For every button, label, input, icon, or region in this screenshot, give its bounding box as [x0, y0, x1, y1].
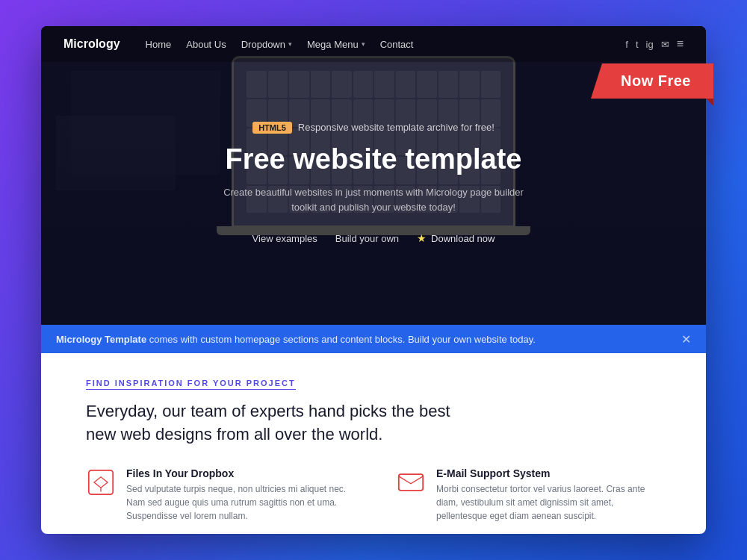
chevron-down-icon: ▾ [362, 40, 365, 48]
instagram-icon[interactable]: ig [646, 39, 654, 50]
notification-body: comes with custom homepage sections and … [149, 334, 536, 345]
hero-buttons: View examples Build your own ★ Download … [252, 232, 495, 244]
ribbon: Now Free [591, 63, 713, 106]
outer-container: Now Free Micrology [41, 26, 706, 534]
feature-dropbox: Files In Your Dropbox Sed vulputate turp… [86, 467, 351, 523]
feature-dropbox-title: Files In Your Dropbox [126, 467, 351, 479]
feature-email-title: E-Mail Support System [436, 467, 661, 479]
ribbon-triangle [706, 99, 713, 106]
notification-bold: Micrology Template [56, 334, 146, 345]
feature-dropbox-desc: Sed vulputate turpis neque, non ultricie… [126, 482, 351, 523]
nav-home[interactable]: Home [146, 39, 172, 50]
section-title: Everyday, our team of experts hand picks… [86, 400, 474, 447]
nav-about[interactable]: About Us [186, 39, 226, 50]
navbar: Micrology Home About Us Dropdown ▾ Mega … [41, 26, 706, 62]
email-icon [397, 469, 424, 496]
notification-text: Micrology Template comes with custom hom… [56, 334, 536, 345]
nav-dropdown[interactable]: Dropdown ▾ [241, 39, 292, 50]
facebook-icon[interactable]: f [625, 39, 628, 50]
build-own-button[interactable]: Build your own [335, 233, 399, 244]
content-section: FIND INSPIRATION FOR YOUR PROJECT Everyd… [41, 353, 706, 534]
dropbox-icon [87, 469, 114, 496]
download-now-button[interactable]: ★ Download now [417, 232, 495, 244]
feature-icon-box [86, 467, 116, 497]
navbar-social: f t ig ✉ ≡ [625, 37, 684, 51]
hero-description: Create beautiful websites in just moment… [217, 185, 530, 214]
mail-icon[interactable]: ✉ [661, 39, 669, 50]
notification-close-button[interactable]: ✕ [681, 332, 691, 346]
nav-contact[interactable]: Contact [380, 39, 414, 50]
hero-title: Free website template [225, 143, 521, 177]
navbar-links: Home About Us Dropdown ▾ Mega Menu ▾ Con [146, 39, 608, 50]
features-grid: Files In Your Dropbox Sed vulputate turp… [86, 467, 661, 534]
feature-email-text: E-Mail Support System Morbi consectetur … [436, 467, 661, 523]
ribbon-label: Now Free [591, 63, 713, 99]
feature-icon-box [396, 467, 426, 497]
hero-badge-subtitle: Responsive website template archive for … [298, 122, 495, 133]
feature-email: E-Mail Support System Morbi consectetur … [396, 467, 661, 523]
view-examples-button[interactable]: View examples [252, 233, 317, 244]
hamburger-icon[interactable]: ≡ [677, 37, 684, 51]
feature-dropbox-text: Files In Your Dropbox Sed vulputate turp… [126, 467, 351, 523]
feature-email-desc: Morbi consectetur tortor vel varius laor… [436, 482, 661, 523]
section-label: FIND INSPIRATION FOR YOUR PROJECT [86, 379, 296, 390]
html5-tag: HTML5 [252, 122, 292, 134]
star-icon: ★ [417, 232, 427, 244]
chevron-down-icon: ▾ [288, 40, 292, 48]
navbar-brand: Micrology [63, 37, 120, 51]
twitter-icon[interactable]: t [636, 39, 639, 50]
html5-badge: HTML5 Responsive website template archiv… [252, 122, 495, 134]
nav-megamenu[interactable]: Mega Menu ▾ [307, 39, 365, 50]
svg-rect-2 [399, 474, 423, 491]
notification-bar: Micrology Template comes with custom hom… [41, 325, 706, 353]
